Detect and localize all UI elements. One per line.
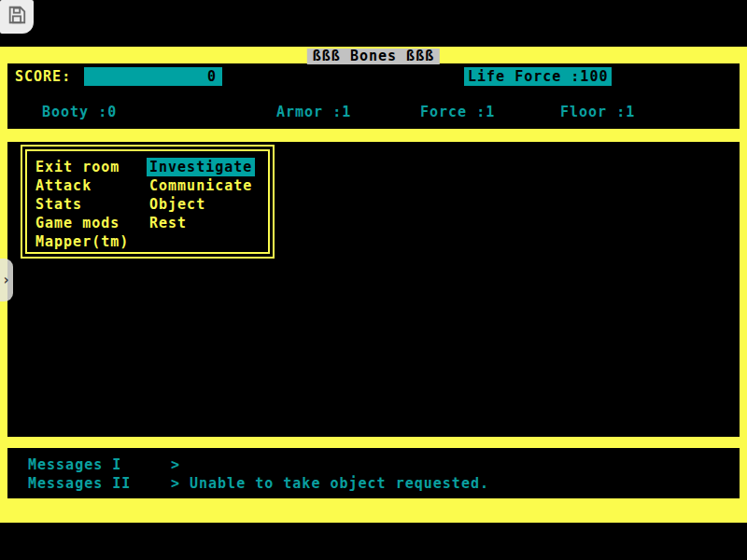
floppy-disk-icon	[7, 5, 27, 29]
menu-item-communicate[interactable]: Communicate	[149, 176, 255, 195]
command-menu-inner: Exit room Attack Stats Game mods Mapper(…	[25, 149, 270, 254]
menu-item-mapper[interactable]: Mapper(tm)	[35, 232, 129, 251]
message-1-label: Messages I	[28, 455, 121, 474]
menu-item-attack[interactable]: Attack	[35, 176, 129, 195]
menu-item-exit-room[interactable]: Exit room	[35, 158, 129, 176]
menu-column-right: Investigate Communicate Object Rest	[149, 158, 255, 232]
menu-item-investigate[interactable]: Investigate	[147, 158, 255, 176]
menu-item-object[interactable]: Object	[149, 195, 255, 214]
viewport-panel: Exit room Attack Stats Game mods Mapper(…	[7, 142, 740, 437]
command-menu: Exit room Attack Stats Game mods Mapper(…	[21, 145, 275, 259]
life-force-indicator: Life Force :100	[464, 67, 612, 86]
drawer-toggle[interactable]: ›	[0, 259, 13, 301]
message-2-label: Messages II	[28, 474, 131, 493]
menu-item-rest[interactable]: Rest	[149, 214, 255, 232]
stat-armor: Armor :1	[276, 103, 351, 121]
hud-panel: SCORE: 0 Life Force :100 Booty :0 Armor …	[7, 63, 740, 129]
stat-force: Force :1	[420, 103, 495, 121]
menu-column-left: Exit room Attack Stats Game mods Mapper(…	[35, 158, 129, 251]
score-bar: 0	[84, 67, 222, 86]
message-1-prompt: >	[171, 455, 180, 474]
chevron-right-icon: ›	[2, 272, 11, 288]
score-label: SCORE:	[15, 67, 71, 86]
messages-panel: Messages I > Messages II > Unable to tak…	[7, 448, 740, 498]
stat-floor: Floor :1	[560, 103, 635, 121]
game-frame: ßßß Bones ßßß SCORE: 0 Life Force :100 B…	[0, 47, 747, 523]
game-screen: › ßßß Bones ßßß SCORE: 0 Life Force :100…	[0, 0, 747, 560]
menu-item-game-mods[interactable]: Game mods	[35, 214, 129, 232]
menu-item-stats[interactable]: Stats	[35, 195, 129, 214]
game-title: ßßß Bones ßßß	[307, 49, 440, 64]
message-2-prompt: >	[171, 474, 180, 493]
save-button[interactable]	[0, 0, 34, 34]
message-2-text: Unable to take object requested.	[190, 474, 489, 493]
stat-booty: Booty :0	[42, 103, 117, 121]
